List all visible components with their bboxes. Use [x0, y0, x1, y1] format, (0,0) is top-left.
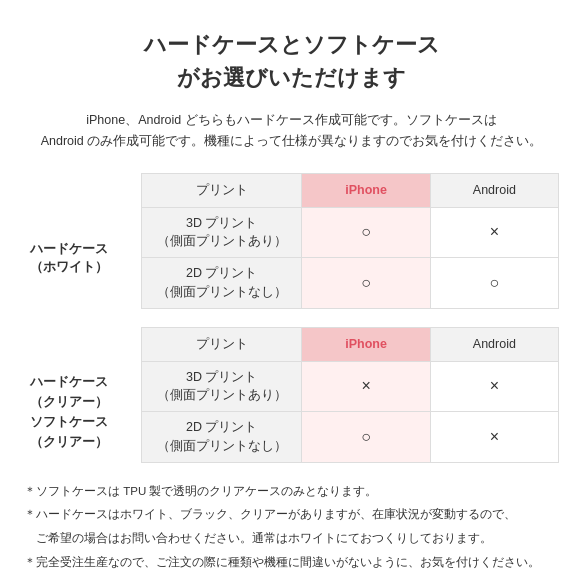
table1-col-print: プリント	[142, 173, 302, 207]
table1-wrapper: プリント iPhone Android ハードケース （ホワイト） 3D プリン…	[24, 173, 559, 309]
table1-row1-android: ×	[430, 207, 558, 258]
table1-col-android: Android	[430, 173, 558, 207]
table2-section-label	[24, 327, 142, 361]
table2-row-section: ハードケース （クリアー） ソフトケース （クリアー）	[24, 361, 142, 462]
table2-col-print: プリント	[142, 327, 302, 361]
table2-row1-android: ×	[430, 361, 558, 412]
table2-row1-label: 3D プリント （側面プリントあり）	[142, 361, 302, 412]
table2-col-android: Android	[430, 327, 558, 361]
note-1: ＊ソフトケースは TPU 製で透明のクリアケースのみとなります。	[24, 481, 559, 503]
table1-row1-label: 3D プリント （側面プリントあり）	[142, 207, 302, 258]
table1-col-iphone: iPhone	[302, 173, 430, 207]
table2-wrapper: プリント iPhone Android ハードケース （クリアー） ソフトケース…	[24, 327, 559, 463]
note-3: ご希望の場合はお問い合わせください。通常はホワイトにておつくりしております。	[24, 528, 559, 550]
table2-col-iphone: iPhone	[302, 327, 430, 361]
table1-row2-iphone: ○	[302, 258, 430, 309]
table1-row2-label: 2D プリント （側面プリントなし）	[142, 258, 302, 309]
table1-row1-iphone: ○	[302, 207, 430, 258]
table2-row2-iphone: ○	[302, 412, 430, 463]
notes-section: ＊ソフトケースは TPU 製で透明のクリアケースのみとなります。 ＊ハードケース…	[24, 481, 559, 574]
note-2: ＊ハードケースはホワイト、ブラック、クリアーがありますが、在庫状況が変動するので…	[24, 504, 559, 526]
subtitle: iPhone、Android どちらもハードケース作成可能です。ソフトケースはA…	[24, 110, 559, 153]
table1-row-section: ハードケース （ホワイト）	[24, 207, 142, 308]
main-title: ハードケースとソフトケース がお選びいただけます	[24, 28, 559, 94]
table1-section-label	[24, 173, 142, 207]
table1-row2-android: ○	[430, 258, 558, 309]
table2-row2-label: 2D プリント （側面プリントなし）	[142, 412, 302, 463]
table2-row1-iphone: ×	[302, 361, 430, 412]
note-4: ＊完全受注生産なので、ご注文の際に種類や機種に間違いがないように、お気を付けくだ…	[24, 552, 559, 574]
table2-row2-android: ×	[430, 412, 558, 463]
